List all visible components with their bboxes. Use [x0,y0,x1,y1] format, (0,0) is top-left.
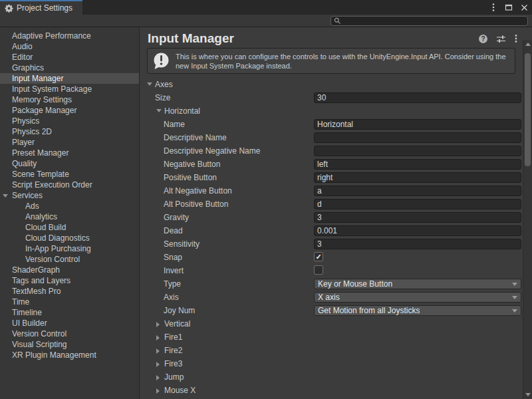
settings-row-dead: Dead [140,224,522,237]
invert-checkbox[interactable] [314,265,323,275]
kebab-menu-icon[interactable] [515,34,517,43]
scroll-up-icon[interactable] [525,43,531,46]
sidebar-item-xr-plugin-management[interactable]: XR Plugin Management [0,350,139,360]
sidebar-item-ui-builder[interactable]: UI Builder [0,318,139,329]
sidebar-item-audio[interactable]: Audio [0,41,139,52]
settings-row-jump[interactable]: Jump [140,370,522,384]
dead-input[interactable] [314,225,521,236]
sidebar-item-graphics[interactable]: Graphics [0,63,139,73]
gravity-input[interactable] [314,212,521,223]
sensitivity-input[interactable] [314,239,521,249]
sidebar-item-label: Audio [12,42,33,51]
sidebar-item-label: Script Execution Order [12,180,92,190]
help-icon[interactable]: ? [479,35,487,43]
sidebar-item-scene-template[interactable]: Scene Template [0,169,139,180]
positive-button-input[interactable] [314,172,521,183]
sidebar-item-visual-scripting[interactable]: Visual Scripting [0,339,139,350]
sidebar-item-adaptive-performance[interactable]: Adaptive Performance [0,31,139,41]
sidebar-item-tags-and-layers[interactable]: Tags and Layers [0,275,139,286]
sidebar-item-label: Input System Package [12,84,92,94]
sidebar-item-label: Analytics [25,212,57,221]
sidebar-item-label: Physics 2D [12,127,52,136]
foldout-closed-icon[interactable] [156,348,160,354]
sidebar-item-memory-settings[interactable]: Memory Settings [0,94,139,105]
sidebar-item-cloud-build[interactable]: Cloud Build [0,222,139,233]
sidebar-item-services[interactable]: Services [0,190,139,201]
tab-project-settings[interactable]: Project Settings [0,0,82,15]
foldout-open-icon[interactable] [3,194,8,198]
sidebar-item-editor[interactable]: Editor [0,52,139,63]
settings-row-type: TypeKey or Mouse Button [140,277,522,291]
sidebar-item-textmesh-pro[interactable]: TextMesh Pro [0,286,139,297]
sidebar-item-shadergraph[interactable]: ShaderGraph [0,265,139,275]
input-manager-panel: Input Manager ? [140,27,532,399]
foldout-closed-icon[interactable] [156,322,160,327]
row-label: Axes [155,80,173,89]
sidebar-item-physics[interactable]: Physics [0,116,139,126]
sidebar-item-version-control[interactable]: Version Control [0,254,139,265]
search-box[interactable] [331,16,528,26]
scrollbar-thumb[interactable] [525,53,531,166]
sidebar-item-input-system-package[interactable]: Input System Package [0,84,139,94]
snap-checkbox[interactable]: ✓ [314,252,323,261]
sidebar-item-preset-manager[interactable]: Preset Manager [0,148,139,158]
dropdown-selected-value: X axis [315,293,340,302]
sidebar-item-time[interactable]: Time [0,297,139,307]
size-input[interactable] [314,92,521,103]
sidebar-item-timeline[interactable]: Timeline [0,307,139,318]
sidebar-item-ads[interactable]: Ads [0,201,139,211]
search-input[interactable] [343,17,527,25]
settings-row-fire1[interactable]: Fire1 [140,331,522,344]
row-label: Alt Negative Button [164,186,232,196]
foldout-closed-icon[interactable] [156,362,160,367]
close-icon[interactable] [519,3,529,12]
joy-num-dropdown[interactable]: Get Motion from all Joysticks [314,305,521,316]
sidebar-item-analytics[interactable]: Analytics [0,211,139,222]
alt-negative-button-input[interactable] [314,186,521,196]
preset-icon[interactable] [496,35,506,43]
settings-body: Adaptive PerformanceAudioEditorGraphicsI… [0,27,532,399]
settings-row-invert: Invert [140,264,522,277]
maximize-icon[interactable] [504,3,513,12]
settings-row-vertical[interactable]: Vertical [140,317,522,331]
foldout-closed-icon[interactable] [156,388,160,394]
project-settings-window: Project Settings Adaptive PerformanceAud… [0,0,532,399]
sidebar-item-label: Graphics [12,63,44,72]
descriptive-name-input[interactable] [314,132,521,143]
row-label: Descriptive Name [164,133,227,142]
descriptive-negative-name-input[interactable] [314,146,521,156]
vertical-scrollbar[interactable] [523,40,532,399]
row-label: Sensitivity [164,239,200,249]
settings-row-descriptive-negative-name: Descriptive Negative Name [140,144,522,158]
foldout-open-icon[interactable] [156,109,162,112]
sidebar-item-physics-2d[interactable]: Physics 2D [0,126,139,137]
settings-row-axes[interactable]: Axes [140,78,522,91]
scroll-down-icon[interactable] [525,393,531,396]
sidebar-item-label: Input Manager [12,74,63,83]
sidebar-item-script-execution-order[interactable]: Script Execution Order [0,180,139,190]
foldout-closed-icon[interactable] [156,335,160,340]
name-input[interactable] [314,119,521,130]
sidebar-item-input-manager[interactable]: Input Manager [0,73,139,84]
sidebar-item-version-control[interactable]: Version Control [0,329,139,339]
alt-positive-button-input[interactable] [314,199,521,209]
sidebar-item-label: TextMesh Pro [12,287,61,296]
negative-button-input[interactable] [314,159,521,170]
kebab-menu-icon[interactable] [489,3,498,12]
settings-row-gravity: Gravity [140,211,522,224]
panel-header: Input Manager ? [148,29,517,49]
sidebar-item-package-manager[interactable]: Package Manager [0,105,139,116]
sidebar-item-quality[interactable]: Quality [0,158,139,169]
settings-row-mouse-x[interactable]: Mouse X [140,384,522,397]
foldout-closed-icon[interactable] [156,375,160,380]
sidebar-item-cloud-diagnostics[interactable]: Cloud Diagnostics [0,233,139,243]
settings-row-fire2[interactable]: Fire2 [140,344,522,357]
settings-row-fire3[interactable]: Fire3 [140,357,522,370]
sidebar-item-player[interactable]: Player [0,137,139,148]
settings-row-horizontal[interactable]: Horizontal [140,104,522,118]
foldout-open-icon[interactable] [147,82,152,86]
type-dropdown[interactable]: Key or Mouse Button [314,279,521,289]
axis-dropdown[interactable]: X axis [314,292,521,303]
window-controls [489,0,529,15]
sidebar-item-in-app-purchasing[interactable]: In-App Purchasing [0,243,139,254]
